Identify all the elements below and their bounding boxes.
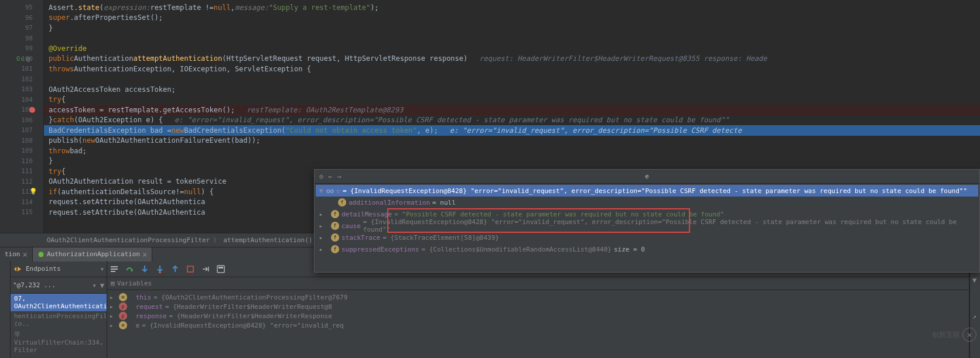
svg-rect-3 [111, 271, 115, 272]
history-icon[interactable]: ⊙ [319, 173, 323, 181]
line-number[interactable]: 114 [0, 197, 43, 208]
line-number[interactable]: 102 [0, 74, 43, 85]
line-number[interactable]: 105 [0, 105, 43, 115]
step-over-icon[interactable] [125, 264, 134, 274]
thread-selector[interactable]: "@7,232 ... [13, 281, 56, 289]
popup-field[interactable]: f additionalInformation = null [316, 197, 978, 208]
line-number[interactable]: 97 [0, 23, 43, 33]
svg-rect-5 [187, 266, 193, 272]
line-number[interactable]: 112 [0, 177, 43, 187]
variable-row[interactable]: ▸≡ e = {InvalidRequestException@8428} "e… [110, 321, 967, 330]
drop-frame-icon[interactable] [186, 264, 195, 274]
line-number[interactable]: 107 [0, 125, 43, 136]
filter-icon[interactable]: ▼ [100, 281, 104, 290]
popup-field[interactable]: ▸ f cause = {InvalidRequestException@842… [316, 220, 978, 232]
show-execution-icon[interactable] [110, 264, 119, 274]
field-badge-icon: f [331, 222, 339, 230]
filter-icon[interactable]: ▼ [970, 274, 980, 287]
expand-icon[interactable]: ▸ [318, 246, 324, 253]
evaluate-icon[interactable] [216, 264, 226, 274]
param-badge-icon: p [119, 302, 127, 311]
watermark: 创新互联 ✕ [932, 328, 976, 342]
expand-icon[interactable]: ↗ [970, 310, 980, 323]
line-number[interactable]: 101 [0, 64, 43, 74]
variables-label: Variables [117, 280, 152, 287]
line-number[interactable]: 111 [0, 166, 43, 177]
variable-row[interactable]: ▸p response = {HeaderWriterFilter$Header… [110, 311, 967, 321]
svg-point-0 [38, 252, 43, 257]
forward-icon[interactable]: → [337, 173, 341, 181]
expand-icon[interactable]: ▸ [110, 312, 117, 320]
svg-rect-6 [208, 267, 209, 271]
step-into-icon[interactable] [140, 264, 149, 274]
line-number[interactable]: 99 [0, 43, 43, 54]
tab[interactable]: tion× [0, 247, 33, 261]
right-gutter: + ▼ ↗ [969, 261, 980, 358]
vars-header-icon: ▤ [111, 280, 115, 287]
line-number[interactable]: 108 [0, 136, 43, 146]
popup-field[interactable]: ▸ f stackTrace = {StackTraceElement[58]@… [316, 232, 978, 243]
svg-rect-1 [111, 266, 118, 267]
expand-icon[interactable]: ▸ [318, 222, 324, 230]
line-number[interactable]: 104 [0, 95, 43, 105]
svg-rect-8 [218, 267, 223, 268]
line-number[interactable]: 💡113 [0, 187, 43, 197]
breadcrumb-item[interactable]: OAuth2ClientAuthenticationProcessingFilt… [47, 236, 210, 244]
expand-icon[interactable]: ▸ [318, 234, 324, 242]
variable-row[interactable]: ▸p request = {HeaderWriterFilter$HeaderW… [110, 302, 967, 311]
popup-header: ⊙ ← → e [315, 170, 979, 184]
step-out-icon[interactable] [170, 264, 180, 274]
line-number[interactable]: 95 [0, 2, 43, 13]
filter-icon[interactable]: ▾ [93, 281, 97, 290]
popup-field[interactable]: ▸ f suppressedExceptions = {Collections$… [316, 243, 978, 255]
line-number[interactable]: 115 [0, 207, 43, 218]
close-icon[interactable]: × [142, 250, 147, 259]
collapse-icon[interactable]: ▼ [318, 187, 324, 195]
param-badge-icon: p [119, 312, 127, 320]
svg-rect-2 [111, 268, 118, 270]
debug-panel: Endpoints ▾ "@7,232 ... ▾ ▼ 07, OAuth2Cl… [0, 261, 980, 358]
expand-icon[interactable]: ▸ [110, 294, 117, 301]
breadcrumb-item[interactable]: attemptAuthentication() [223, 236, 312, 244]
popup-title: e [645, 173, 649, 180]
popup-root[interactable]: ▼ oo e = {InvalidRequestException@8428} … [316, 185, 978, 197]
line-number[interactable]: 98 [0, 33, 43, 44]
frames-panel: Endpoints ▾ "@7,232 ... ▾ ▼ 07, OAuth2Cl… [11, 261, 107, 358]
svg-rect-7 [217, 266, 224, 273]
back-icon[interactable]: ← [328, 173, 332, 181]
line-number[interactable]: 96 [0, 13, 43, 23]
expand-icon[interactable]: ▸ [110, 303, 117, 311]
field-badge-icon: f [338, 198, 346, 206]
spring-icon [37, 251, 45, 258]
variables-panel: ▤Variables ▸≡ this = {OAuth2ClientAuthen… [107, 261, 969, 358]
breadcrumb-separator: 〉 [213, 236, 220, 245]
line-number[interactable]: 109 [0, 146, 43, 156]
stack-frame[interactable]: 半VirtualFilterChain:334, Filter [11, 329, 107, 355]
endpoints-icon[interactable] [13, 264, 22, 274]
force-step-into-icon[interactable] [155, 264, 165, 274]
line-number[interactable]: O↑@100 [0, 54, 43, 64]
line-number[interactable]: 106 [0, 115, 43, 126]
svg-rect-4 [159, 272, 161, 273]
field-badge-icon: f [331, 245, 339, 253]
stack-frame[interactable]: henticationProcessingFilter (o.. [11, 311, 107, 329]
line-number[interactable]: 103 [0, 84, 43, 95]
field-badge-icon: ≡ [119, 321, 127, 329]
run-to-cursor-icon[interactable] [201, 264, 210, 274]
field-badge-icon: f [331, 233, 339, 242]
breakpoint-icon[interactable] [29, 107, 35, 113]
close-icon[interactable]: × [23, 250, 28, 259]
field-badge-icon: f [331, 210, 339, 218]
expand-icon[interactable]: ▸ [318, 211, 324, 218]
variable-row[interactable]: ▸≡ this = {OAuth2ClientAuthenticationPro… [110, 292, 967, 302]
stack-frame[interactable]: 07, OAuth2ClientAuthentication [11, 294, 107, 311]
line-number[interactable]: 110 [0, 156, 43, 167]
evaluate-popup[interactable]: ⊙ ← → e ▼ oo e = {InvalidRequestExceptio… [314, 169, 980, 273]
endpoints-label: Endpoints [26, 265, 61, 273]
intention-bulb-icon[interactable]: 💡 [29, 188, 37, 195]
expand-icon[interactable]: ▸ [110, 322, 117, 329]
override-marker-icon[interactable]: O↑ [16, 56, 23, 62]
tab[interactable]: AuthorizationApplication× [33, 247, 152, 261]
gutter: 95 96 97 98 99 O↑@100 101 102 103 104 10… [0, 0, 44, 233]
execution-line[interactable]: BadCredentialsException bad = new BadCre… [44, 125, 980, 136]
